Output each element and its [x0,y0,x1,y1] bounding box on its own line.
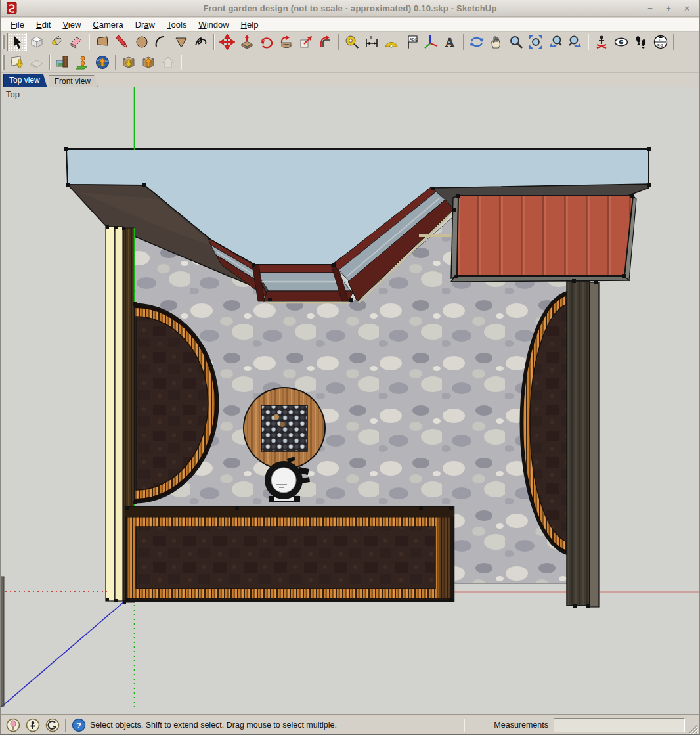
view-orientation-label: Top [6,89,20,99]
circle-tool-button[interactable] [132,33,152,51]
look-around-eye-icon [613,34,629,50]
protractor-icon [383,34,399,50]
protractor-tool-button[interactable] [382,33,401,51]
follow-me-tool-button[interactable] [276,33,296,51]
paint-bucket-button[interactable] [47,33,66,51]
sketchup-window: Front garden design (not to scale - appr… [0,0,700,735]
menu-view[interactable]: View [56,18,87,31]
google-earth-globe-icon [95,55,110,70]
make-component-button[interactable] [27,33,47,51]
close-button[interactable]: × [682,3,691,13]
position-camera-button[interactable] [592,33,611,51]
toggle-terrain-icon [29,55,45,70]
menu-tools[interactable]: Tools [161,18,192,31]
menu-bar: File Edit View Camera Draw Tools Window … [1,18,699,32]
zoom-window-icon [528,34,544,50]
scale-icon [298,34,314,50]
share-component-icon [160,55,176,70]
scale-tool-button[interactable] [296,33,316,51]
pan-tool-button[interactable] [487,33,506,51]
offset-tool-button[interactable] [316,33,336,51]
zoom-previous-icon [548,34,563,50]
zoom-tool-button[interactable] [506,33,526,51]
arc-tool-button[interactable] [152,33,171,51]
freehand-tool-button[interactable] [191,33,211,51]
pan-hand-icon [489,34,504,50]
tape-measure-button[interactable] [342,33,362,51]
eraser-icon [68,34,84,50]
menu-help[interactable]: Help [235,18,265,31]
model-viewport[interactable]: Top [1,87,700,715]
toolbar-grip[interactable] [2,55,5,70]
follow-me-icon [278,34,294,50]
photo-textures-button[interactable] [53,53,73,72]
polygon-icon [173,34,189,50]
freehand-icon [193,34,209,50]
tab-front-view[interactable]: Front view [49,75,98,87]
get-models-icon [121,55,137,70]
share-model-icon [141,55,156,70]
section-plane-button[interactable]: CR-S [651,33,670,51]
orbit-tool-button[interactable] [467,33,487,51]
photo-textures-icon [55,55,71,70]
scene-tab-bar: Top view Front view [1,73,699,87]
zoom-window-button[interactable] [526,33,546,51]
select-tool-button[interactable] [7,33,27,51]
text-tool-button[interactable]: ABC [401,33,421,51]
right-wall [567,281,599,607]
3d-text-icon: A [443,34,458,50]
menu-camera[interactable]: Camera [87,18,129,31]
menu-window[interactable]: Window [192,18,234,31]
get-current-view-button[interactable] [7,53,27,72]
minimize-button[interactable]: − [645,3,655,13]
share-component-button[interactable] [158,53,178,72]
resize-grip[interactable] [688,723,698,734]
bottom-flower-bed [125,507,454,601]
google-earth-button[interactable] [93,53,112,72]
menu-draw[interactable]: Draw [129,18,161,31]
zoom-previous-button[interactable] [546,33,565,51]
toggle-terrain-button[interactable] [27,53,47,72]
walk-tool-button[interactable] [631,33,651,51]
get-models-button[interactable] [119,53,139,72]
line-tool-button[interactable] [112,33,132,51]
position-camera-icon [594,34,609,50]
rotate-tool-button[interactable] [257,33,276,51]
arc-icon [154,34,169,50]
look-around-button[interactable] [611,33,631,51]
geo-location-icon[interactable] [45,718,60,732]
menu-file[interactable]: File [5,18,30,31]
tape-measure-icon [344,34,360,50]
polygon-tool-button[interactable] [171,33,191,51]
carport-roof [451,196,636,282]
push-pull-tool-button[interactable] [237,33,257,51]
title-bar[interactable]: Front garden design (not to scale - appr… [1,0,699,17]
toolbar-separator [181,55,182,70]
move-tool-button[interactable] [217,33,237,51]
toolbar-separator [588,34,589,50]
3d-text-tool-button[interactable]: A [441,33,460,51]
svg-text:A: A [445,35,454,49]
model-info-person-icon[interactable] [26,718,40,732]
toolbar-separator [49,55,51,70]
attribution-icon[interactable] [6,718,20,732]
eraser-button[interactable] [66,33,86,51]
zoom-next-button[interactable] [565,33,585,51]
svg-text:R-S: R-S [657,43,663,47]
dimension-tool-button[interactable] [362,33,382,51]
toolbar-grip[interactable] [2,35,5,49]
tab-top-view[interactable]: Top view [3,74,47,87]
help-icon[interactable]: ? [72,718,86,732]
model-canvas[interactable] [1,87,700,715]
push-pull-icon [239,34,255,50]
axes-tool-button[interactable] [421,33,441,51]
pencil-icon [114,34,130,50]
maximize-button[interactable]: + [664,3,673,13]
rotate-icon [259,34,274,50]
menu-edit[interactable]: Edit [30,18,56,31]
orbit-icon [469,34,485,50]
share-model-button[interactable] [139,53,158,72]
measurements-input[interactable] [554,718,685,732]
rectangle-tool-button[interactable] [93,33,112,51]
add-location-button[interactable] [73,53,93,72]
